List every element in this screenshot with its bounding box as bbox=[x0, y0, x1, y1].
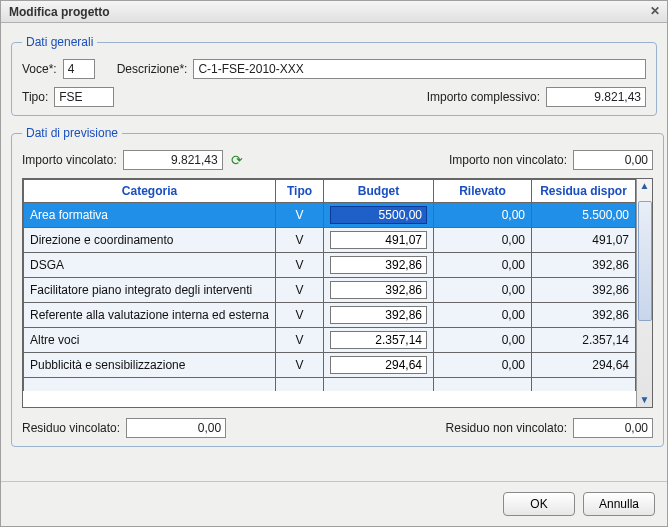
dialog-modifica-progetto: Modifica progetto ✕ Dati generali Voce*:… bbox=[0, 0, 668, 527]
col-header-budget[interactable]: Budget bbox=[324, 180, 434, 203]
table-row[interactable] bbox=[24, 378, 636, 392]
scroll-down-icon[interactable]: ▼ bbox=[638, 393, 652, 407]
cell-rilevato[interactable]: 0,00 bbox=[434, 278, 532, 303]
cell-budget[interactable] bbox=[324, 203, 434, 228]
cell-budget[interactable] bbox=[324, 303, 434, 328]
col-header-residua[interactable]: Residua dispor bbox=[532, 180, 636, 203]
table-row[interactable]: Area formativaV0,005.500,00 bbox=[24, 203, 636, 228]
input-budget[interactable] bbox=[330, 231, 427, 249]
cell-residua[interactable]: 392,86 bbox=[532, 278, 636, 303]
cell-categoria[interactable]: Altre voci bbox=[24, 328, 276, 353]
refresh-icon[interactable]: ⟳ bbox=[229, 152, 245, 168]
cell-categoria[interactable]: Pubblicità e sensibilizzazione bbox=[24, 353, 276, 378]
cell-tipo[interactable]: V bbox=[276, 253, 324, 278]
cell-budget[interactable] bbox=[324, 253, 434, 278]
window-title: Modifica progetto bbox=[9, 5, 647, 19]
cell-categoria[interactable]: Area formativa bbox=[24, 203, 276, 228]
cell-rilevato[interactable]: 0,00 bbox=[434, 353, 532, 378]
cell-residua[interactable]: 392,86 bbox=[532, 253, 636, 278]
input-residuo-vincolato[interactable] bbox=[126, 418, 226, 438]
cell-categoria[interactable]: Direzione e coordinamento bbox=[24, 228, 276, 253]
legend-dati-generali: Dati generali bbox=[22, 35, 97, 49]
label-residuo-non-vincolato: Residuo non vincolato: bbox=[446, 421, 567, 435]
input-tipo[interactable] bbox=[54, 87, 114, 107]
input-importo-non-vincolato[interactable] bbox=[573, 150, 653, 170]
label-importo-vincolato: Importo vincolato: bbox=[22, 153, 117, 167]
input-budget[interactable] bbox=[330, 356, 427, 374]
cell-budget[interactable] bbox=[324, 228, 434, 253]
input-budget[interactable] bbox=[330, 206, 427, 224]
cell-categoria[interactable]: DSGA bbox=[24, 253, 276, 278]
cell-tipo[interactable]: V bbox=[276, 228, 324, 253]
scroll-track[interactable] bbox=[638, 193, 652, 393]
cell-residua[interactable]: 491,07 bbox=[532, 228, 636, 253]
cell-tipo[interactable]: V bbox=[276, 353, 324, 378]
scroll-thumb[interactable] bbox=[638, 201, 652, 321]
cell-budget[interactable] bbox=[324, 328, 434, 353]
label-voce: Voce*: bbox=[22, 62, 57, 76]
input-voce[interactable] bbox=[63, 59, 95, 79]
cell-rilevato[interactable]: 0,00 bbox=[434, 303, 532, 328]
cell-rilevato[interactable]: 0,00 bbox=[434, 228, 532, 253]
cell-budget[interactable] bbox=[324, 353, 434, 378]
input-budget[interactable] bbox=[330, 331, 427, 349]
table-row[interactable]: Pubblicità e sensibilizzazioneV0,00294,6… bbox=[24, 353, 636, 378]
label-tipo: Tipo: bbox=[22, 90, 48, 104]
scroll-up-icon[interactable]: ▲ bbox=[638, 179, 652, 193]
label-importo-non-vincolato: Importo non vincolato: bbox=[449, 153, 567, 167]
cell-tipo[interactable]: V bbox=[276, 278, 324, 303]
ok-button[interactable]: OK bbox=[503, 492, 575, 516]
fieldset-dati-previsione: Dati di previsione Importo vincolato: ⟳ … bbox=[11, 126, 664, 447]
cell-rilevato[interactable]: 0,00 bbox=[434, 203, 532, 228]
titlebar: Modifica progetto ✕ bbox=[1, 1, 667, 23]
legend-dati-previsione: Dati di previsione bbox=[22, 126, 122, 140]
cell-tipo[interactable]: V bbox=[276, 203, 324, 228]
cell-residua[interactable]: 392,86 bbox=[532, 303, 636, 328]
table-row[interactable]: Facilitatore piano integrato degli inter… bbox=[24, 278, 636, 303]
cell-residua[interactable]: 2.357,14 bbox=[532, 328, 636, 353]
cell-tipo[interactable]: V bbox=[276, 303, 324, 328]
table-row[interactable]: Direzione e coordinamentoV0,00491,07 bbox=[24, 228, 636, 253]
input-budget[interactable] bbox=[330, 306, 427, 324]
fieldset-dati-generali: Dati generali Voce*: Descrizione*: Tipo:… bbox=[11, 35, 657, 116]
col-header-tipo[interactable]: Tipo bbox=[276, 180, 324, 203]
cell-categoria[interactable]: Facilitatore piano integrato degli inter… bbox=[24, 278, 276, 303]
input-descrizione[interactable] bbox=[193, 59, 646, 79]
input-residuo-non-vincolato[interactable] bbox=[573, 418, 653, 438]
dialog-footer: OK Annulla bbox=[1, 481, 667, 526]
table-row[interactable]: Altre vociV0,002.357,14 bbox=[24, 328, 636, 353]
label-importo-complessivo: Importo complessivo: bbox=[427, 90, 540, 104]
cell-tipo[interactable]: V bbox=[276, 328, 324, 353]
close-icon[interactable]: ✕ bbox=[647, 4, 663, 20]
table-previsione: Categoria Tipo Budget Rilevato Residua d… bbox=[23, 179, 636, 391]
cell-budget[interactable] bbox=[324, 278, 434, 303]
label-residuo-vincolato: Residuo vincolato: bbox=[22, 421, 120, 435]
col-header-rilevato[interactable]: Rilevato bbox=[434, 180, 532, 203]
dialog-content: Dati generali Voce*: Descrizione*: Tipo:… bbox=[1, 23, 667, 481]
cell-rilevato[interactable]: 0,00 bbox=[434, 328, 532, 353]
input-importo-vincolato[interactable] bbox=[123, 150, 223, 170]
cell-rilevato[interactable]: 0,00 bbox=[434, 253, 532, 278]
annulla-button[interactable]: Annulla bbox=[583, 492, 655, 516]
col-header-categoria[interactable]: Categoria bbox=[24, 180, 276, 203]
grid-previsione: Categoria Tipo Budget Rilevato Residua d… bbox=[22, 178, 653, 408]
input-budget[interactable] bbox=[330, 256, 427, 274]
table-row[interactable]: Referente alla valutazione interna ed es… bbox=[24, 303, 636, 328]
input-budget[interactable] bbox=[330, 281, 427, 299]
input-importo-complessivo[interactable] bbox=[546, 87, 646, 107]
scrollbar-vertical[interactable]: ▲ ▼ bbox=[636, 179, 652, 407]
cell-categoria[interactable]: Referente alla valutazione interna ed es… bbox=[24, 303, 276, 328]
table-row[interactable]: DSGAV0,00392,86 bbox=[24, 253, 636, 278]
cell-residua[interactable]: 294,64 bbox=[532, 353, 636, 378]
label-descrizione: Descrizione*: bbox=[117, 62, 188, 76]
cell-residua[interactable]: 5.500,00 bbox=[532, 203, 636, 228]
